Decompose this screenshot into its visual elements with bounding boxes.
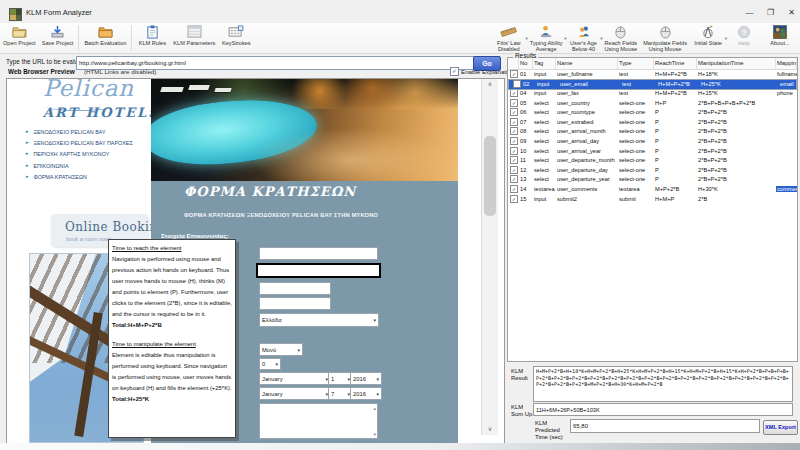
cell-no: 06 bbox=[519, 109, 533, 115]
xml-export-button[interactable]: XML Export bbox=[763, 420, 798, 435]
contact-section-label: Στοιχεία Επικοινωνίας: bbox=[161, 232, 229, 239]
arrival-year-select[interactable]: 2016▾ bbox=[350, 372, 382, 385]
table-row[interactable]: ✓05selectuser_countryselect-oneH+P2*B+P+… bbox=[508, 98, 797, 108]
extrabed-select[interactable]: 0▾ bbox=[259, 358, 281, 370]
klm-sumup-box[interactable]: 11H+6M+26P+50B+103K bbox=[533, 403, 793, 416]
row-checkbox[interactable]: ✓ bbox=[510, 147, 518, 155]
row-checkbox[interactable]: ✓ bbox=[510, 108, 518, 116]
col-reachtime[interactable]: ReachTime bbox=[654, 58, 697, 69]
cell-manip: H+30*K bbox=[697, 186, 776, 192]
klm-result-label: KLM Result bbox=[511, 368, 535, 382]
checkbox-icon[interactable]: ✓ bbox=[450, 67, 459, 76]
site-menu-item[interactable]: ►ΦΟΡΜΑ ΚΡΑΤΗΣΕΩΝ bbox=[25, 174, 155, 180]
table-row[interactable]: ✓01inputuser_fullnametextH+M+P+2*BH+18*K… bbox=[508, 69, 797, 79]
cell-no: 07 bbox=[519, 119, 533, 125]
keystrokes-button[interactable]: KeyStrokes bbox=[218, 23, 254, 46]
col-type[interactable]: Type bbox=[618, 58, 654, 69]
fullname-input[interactable] bbox=[259, 247, 378, 260]
cell-no: 13 bbox=[519, 176, 533, 182]
about-button[interactable]: About... bbox=[762, 23, 798, 46]
fitts-law-toggle[interactable]: Fitts' LawDisabled ▾ bbox=[491, 23, 527, 53]
mapping-link[interactable]: phone bbox=[776, 90, 797, 96]
table-row[interactable]: ✓02inputuser_emailtextH+M+P+2*BH+25*Kema… bbox=[508, 79, 797, 91]
help-button[interactable]: ? Help bbox=[726, 23, 762, 46]
toolbar-separator bbox=[78, 25, 79, 51]
row-checkbox[interactable]: ✓ bbox=[510, 70, 518, 78]
preview-scrollbar[interactable]: ∧ ∨ bbox=[481, 79, 498, 435]
klm-result-box[interactable]: H+M+P+2*B+H+18*K+H+M+P+2*B+H+25*K+H+M+P+… bbox=[533, 366, 793, 402]
scrollbar-up-icon[interactable]: ∧ bbox=[482, 79, 498, 90]
col-mappings[interactable]: Mappings bbox=[776, 58, 797, 69]
row-checkbox[interactable]: ✓ bbox=[510, 137, 518, 145]
row-checkbox[interactable]: ✓ bbox=[510, 156, 518, 164]
mapping-link[interactable]: email bbox=[779, 81, 794, 87]
row-checkbox[interactable]: ✓ bbox=[510, 127, 518, 135]
maximize-button[interactable]: ❐ bbox=[763, 6, 778, 19]
klm-predicted-label: KLM Predicted Time (sec) bbox=[535, 420, 571, 440]
departure-year-select[interactable]: 2016▾ bbox=[350, 387, 382, 400]
initial-state-button[interactable]: Initial State ▾ bbox=[690, 23, 726, 46]
table-row[interactable]: ✓06selectuser_roomtypeselect-oneP2*B+P+2… bbox=[508, 107, 797, 117]
cell-tag: select bbox=[533, 100, 556, 106]
row-checkbox[interactable]: ✓ bbox=[513, 80, 521, 88]
col-maniptime[interactable]: ManipulationTime bbox=[697, 58, 776, 69]
scrollbar-thumb[interactable] bbox=[484, 136, 496, 216]
table-row[interactable]: ✓10selectuser_arrival_yearselect-oneP2*B… bbox=[508, 146, 797, 156]
roomtype-select[interactable]: Μονό▾ bbox=[259, 343, 303, 356]
close-button[interactable]: ✕ bbox=[784, 6, 799, 19]
scroll-down-icon[interactable]: ▾ bbox=[373, 431, 376, 437]
row-checkbox[interactable]: ✓ bbox=[510, 99, 518, 107]
scrollbar-down-icon[interactable]: ∨ bbox=[482, 424, 498, 435]
site-logo-sub: ART HOTELS bbox=[43, 105, 160, 120]
table-row[interactable]: ✓13selectuser_departure_yearselect-oneP2… bbox=[508, 175, 797, 185]
country-select[interactable]: Ελλάδα▾ bbox=[259, 313, 379, 327]
manipulate-fields-toggle[interactable]: Manipulate FieldsUsing Mouse bbox=[640, 23, 690, 53]
site-menu-item[interactable]: ►ΠΕΡΙΟΧΗ ΧΑΡΤΗΣ ΜΥΚΟΝΟΥ bbox=[25, 151, 155, 157]
site-menu-item[interactable]: ►ΞΕΝΟΔΟΧΕΙΟ PELICAN BAY ΠΑΡΟΧΕΣ bbox=[25, 140, 155, 146]
row-checkbox[interactable]: ✓ bbox=[510, 118, 518, 126]
col-no[interactable]: No bbox=[519, 58, 533, 69]
chevron-down-icon: ▾ bbox=[275, 361, 278, 367]
arrival-month-select[interactable]: January▾ bbox=[259, 372, 331, 385]
save-project-button[interactable]: Save Project bbox=[39, 23, 77, 46]
row-checkbox[interactable]: ✓ bbox=[510, 175, 518, 183]
cell-type: select-one bbox=[618, 100, 654, 106]
cell-manip: 2*B+P+2*B bbox=[697, 128, 776, 134]
table-row[interactable]: ✓08selectuser_arrival_monthselect-oneP2*… bbox=[508, 127, 797, 137]
open-project-button[interactable]: Open Project bbox=[0, 23, 39, 46]
minimize-button[interactable]: — bbox=[742, 6, 757, 19]
table-row[interactable]: ✓12selectuser_departure_dayselect-oneP2*… bbox=[508, 165, 797, 175]
site-menu-item[interactable]: ►ΕΠΙΚΟΙΝΩΝΙΑ bbox=[25, 163, 155, 169]
klm-parameters-button[interactable]: KLM Parameters bbox=[170, 23, 218, 46]
cell-manip: 2*B+P+2*B bbox=[697, 157, 776, 163]
table-row[interactable]: ✓11selectuser_departure_monthselect-oneP… bbox=[508, 155, 797, 165]
email-input-highlighted[interactable] bbox=[256, 263, 381, 278]
table-row[interactable]: ✓15inputsubmit2submitH+M+P2*B bbox=[508, 194, 797, 204]
fax-input[interactable] bbox=[259, 297, 331, 310]
klm-rules-button[interactable]: KLM Rules bbox=[134, 23, 170, 46]
departure-month-select[interactable]: January▾ bbox=[259, 387, 331, 400]
table-row[interactable]: ✓09selectuser_arrival_dayselect-oneP2*B+… bbox=[508, 136, 797, 146]
tooltip-reach-title: Time to reach the element bbox=[112, 243, 232, 254]
col-name[interactable]: Name bbox=[556, 58, 618, 69]
cell-type: select-one bbox=[618, 138, 654, 144]
tel-input[interactable] bbox=[259, 282, 331, 295]
col-tag[interactable]: Tag bbox=[533, 58, 556, 69]
mapping-link[interactable]: fullname bbox=[776, 71, 797, 77]
row-checkbox[interactable]: ✓ bbox=[510, 195, 518, 203]
klm-predicted-input[interactable] bbox=[570, 419, 760, 433]
row-checkbox[interactable]: ✓ bbox=[510, 185, 518, 193]
menu-item-label: ΕΠΙΚΟΙΝΩΝΙΑ bbox=[33, 163, 68, 169]
mapping-link[interactable]: comments bbox=[776, 186, 797, 192]
scroll-up-icon[interactable]: ▴ bbox=[373, 405, 376, 411]
table-row[interactable]: ✓07selectuser_extrabedselect-oneP2*B+P+2… bbox=[508, 117, 797, 127]
table-row[interactable]: ✓14textareauser_commentstextareaM+P+2*BH… bbox=[508, 184, 797, 194]
batch-evaluation-button[interactable]: Batch Evaluation bbox=[81, 23, 129, 46]
site-menu-item[interactable]: ►ΞΕΝΟΔΟΧΕΙΟ PELICAN BAY bbox=[25, 129, 155, 135]
typing-ability-toggle[interactable]: Typing AbilityAverage ▾ bbox=[527, 23, 566, 53]
comments-textarea[interactable]: ▴ ▾ bbox=[259, 403, 378, 439]
users-age-toggle[interactable]: User's AgeBelow 40 ▾ bbox=[566, 23, 602, 53]
row-checkbox[interactable]: ✓ bbox=[510, 166, 518, 174]
enable-explanation-checkbox[interactable]: ✓ Enable Explanation bbox=[450, 67, 514, 76]
reach-fields-toggle[interactable]: Reach FieldsUsing Mouse bbox=[602, 23, 641, 53]
